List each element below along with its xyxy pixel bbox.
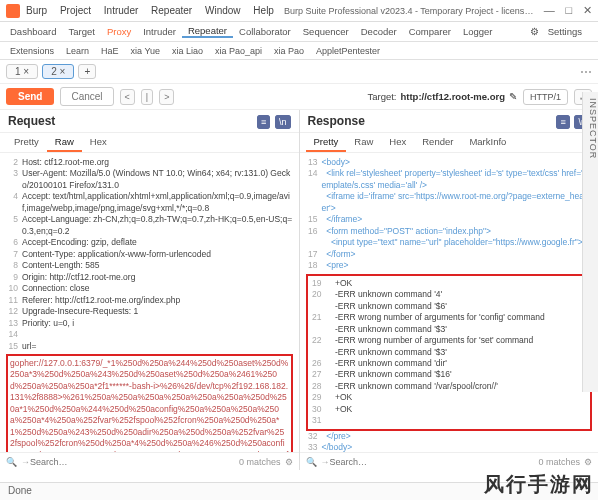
response-search-bar: 🔍 → 0 matches ⚙: [300, 452, 599, 470]
request-search-input[interactable]: [30, 457, 239, 467]
tab-decoder[interactable]: Decoder: [355, 26, 403, 37]
response-tab-raw[interactable]: Raw: [346, 133, 381, 152]
response-panel: Response ≡ \n Pretty Raw Hex Render Mark…: [300, 110, 599, 470]
request-tab-pretty[interactable]: Pretty: [6, 133, 47, 152]
tab-intruder[interactable]: Intruder: [137, 26, 182, 37]
request-view-tabs: Pretty Raw Hex: [0, 133, 299, 153]
target-value: http://ctf12.root-me.org: [400, 91, 505, 102]
menu-repeater[interactable]: Repeater: [151, 5, 192, 16]
search-icon[interactable]: 🔍: [306, 457, 317, 467]
minimize-icon[interactable]: —: [544, 4, 555, 16]
maximize-icon[interactable]: □: [566, 4, 573, 16]
repeater-tabs: 1 × 2 × + ⋯: [0, 60, 598, 84]
response-match-count: 0 matches: [538, 457, 580, 467]
request-panel: Request ≡ \n Pretty Raw Hex 2Host: ctf12…: [0, 110, 300, 470]
tab-collaborator[interactable]: Collaborator: [233, 26, 297, 37]
subtab-xiapao[interactable]: xia Pao: [268, 46, 310, 56]
repeater-tab-1[interactable]: 1 ×: [6, 64, 38, 79]
subtab-learn[interactable]: Learn: [60, 46, 95, 56]
arrow-icon[interactable]: →: [21, 457, 30, 467]
subtab-xiapaoapi[interactable]: xia Pao_api: [209, 46, 268, 56]
request-tab-raw[interactable]: Raw: [47, 133, 82, 152]
nav-bar-button[interactable]: |: [141, 89, 153, 105]
request-actions-icon[interactable]: ≡: [257, 115, 270, 129]
subtab-xiayue[interactable]: xia Yue: [125, 46, 166, 56]
response-tab-pretty[interactable]: Pretty: [306, 133, 347, 152]
settings-button[interactable]: ⚙ Settings: [524, 26, 594, 37]
request-title: Request: [8, 114, 255, 128]
request-match-count: 0 matches: [239, 457, 281, 467]
close-icon[interactable]: ✕: [583, 4, 592, 16]
target-edit-icon[interactable]: ✎: [509, 91, 517, 102]
subtab-extensions[interactable]: Extensions: [4, 46, 60, 56]
menu-bar[interactable]: Burp Project Intruder Repeater Window He…: [26, 5, 284, 16]
search-settings-icon[interactable]: ⚙: [584, 457, 592, 467]
main-tabs: Dashboard Target Proxy Intruder Repeater…: [0, 22, 598, 42]
tab-comparer[interactable]: Comparer: [403, 26, 457, 37]
response-tab-markinfo[interactable]: MarkInfo: [461, 133, 514, 152]
sub-tabs: Extensions Learn HaE xia Yue xia Liao xi…: [0, 42, 598, 60]
subtab-hae[interactable]: HaE: [95, 46, 125, 56]
subtab-appletpentester[interactable]: AppletPentester: [310, 46, 386, 56]
nav-forward-button[interactable]: >: [159, 89, 174, 105]
request-search-bar: 🔍 → 0 matches ⚙: [0, 452, 299, 470]
menu-project[interactable]: Project: [60, 5, 91, 16]
tab-logger[interactable]: Logger: [457, 26, 499, 37]
repeater-tab-2[interactable]: 2 ×: [42, 64, 74, 79]
title-bar: Burp Project Intruder Repeater Window He…: [0, 0, 598, 22]
response-actions-icon[interactable]: ≡: [556, 115, 569, 129]
response-view-tabs: Pretty Raw Hex Render MarkInfo: [300, 133, 599, 153]
request-newline-icon[interactable]: \n: [275, 115, 291, 129]
search-settings-icon[interactable]: ⚙: [285, 457, 293, 467]
request-content[interactable]: 2Host: ctf12.root-me.org3User-Agent: Moz…: [0, 153, 299, 452]
window-title: Burp Suite Professional v2023.4 - Tempor…: [284, 6, 536, 16]
menu-intruder[interactable]: Intruder: [104, 5, 138, 16]
target-label: Target:: [367, 91, 396, 102]
split-panels: Request ≡ \n Pretty Raw Hex 2Host: ctf12…: [0, 110, 598, 470]
repeater-tab-menu-icon[interactable]: ⋯: [580, 65, 592, 79]
menu-help[interactable]: Help: [253, 5, 274, 16]
app-logo: [6, 4, 20, 18]
http-version[interactable]: HTTP/1: [523, 89, 568, 105]
menu-burp[interactable]: Burp: [26, 5, 47, 16]
response-search-input[interactable]: [330, 457, 539, 467]
repeater-tab-add[interactable]: +: [78, 64, 96, 79]
status-bar: Done: [0, 482, 598, 500]
send-button[interactable]: Send: [6, 88, 54, 105]
response-title: Response: [308, 114, 555, 128]
action-bar: Send Cancel < | > Target: http://ctf12.r…: [0, 84, 598, 110]
search-icon[interactable]: 🔍: [6, 457, 17, 467]
request-tab-hex[interactable]: Hex: [82, 133, 115, 152]
response-tab-render[interactable]: Render: [414, 133, 461, 152]
arrow-icon[interactable]: →: [321, 457, 330, 467]
tab-sequencer[interactable]: Sequencer: [297, 26, 355, 37]
tab-proxy[interactable]: Proxy: [101, 26, 137, 37]
inspector-sidebar[interactable]: INSPECTOR: [582, 92, 598, 392]
target-display[interactable]: Target: http://ctf12.root-me.org ✎: [367, 91, 517, 102]
menu-window[interactable]: Window: [205, 5, 241, 16]
tab-dashboard[interactable]: Dashboard: [4, 26, 62, 37]
cancel-button[interactable]: Cancel: [60, 87, 113, 106]
response-tab-hex[interactable]: Hex: [381, 133, 414, 152]
tab-target[interactable]: Target: [62, 26, 100, 37]
nav-back-button[interactable]: <: [120, 89, 135, 105]
response-content[interactable]: 13<body>14 <link rel='stylesheet' proper…: [300, 153, 599, 452]
subtab-xialiao[interactable]: xia Liao: [166, 46, 209, 56]
tab-repeater[interactable]: Repeater: [182, 25, 233, 38]
